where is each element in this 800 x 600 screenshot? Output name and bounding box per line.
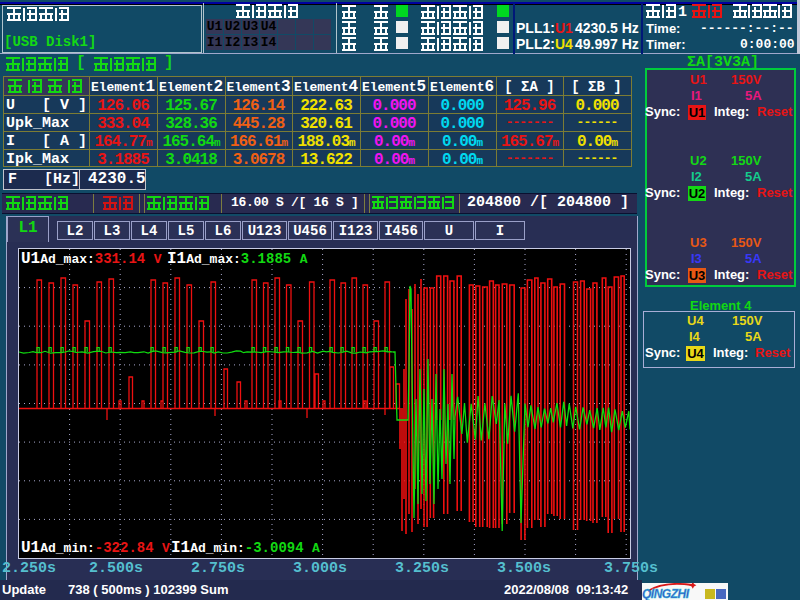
- svg-text:QINGZHI: QINGZHI: [642, 587, 690, 600]
